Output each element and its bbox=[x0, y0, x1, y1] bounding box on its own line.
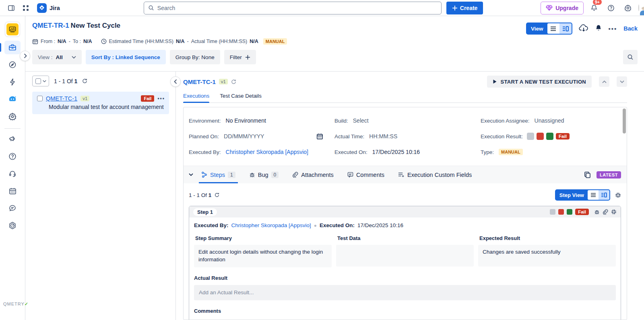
step-list-view-segment[interactable] bbox=[588, 190, 599, 200]
rail-item-explore[interactable] bbox=[4, 58, 21, 72]
tab-test-case-details[interactable]: Test Case Details bbox=[220, 93, 262, 103]
qmetry-brand-logo: QMETRY✓ bbox=[3, 302, 29, 307]
sidebar-toggle-button[interactable] bbox=[5, 2, 18, 14]
rail-item-feedback[interactable] bbox=[4, 201, 21, 215]
step-view-toggle[interactable]: Step View bbox=[555, 189, 610, 201]
assignee-value[interactable]: Unassigned bbox=[535, 117, 564, 124]
step-result-fail-square[interactable] bbox=[558, 209, 564, 215]
rail-item-announcements[interactable] bbox=[4, 132, 21, 146]
settings-button[interactable] bbox=[621, 2, 634, 14]
start-new-execution-button[interactable]: START A NEW TEST EXECUTION bbox=[487, 76, 592, 88]
view-filter-dropdown[interactable]: View : All bbox=[32, 50, 82, 64]
result-pass-square[interactable] bbox=[546, 133, 553, 140]
detail-view-segment[interactable] bbox=[559, 23, 572, 34]
rail-item-support[interactable] bbox=[4, 167, 21, 181]
tab-bug[interactable]: Bug 0 bbox=[249, 166, 279, 183]
notification-count-badge: 9+ bbox=[592, 0, 602, 5]
panel-search-button[interactable] bbox=[623, 50, 638, 64]
actual-result-input[interactable] bbox=[194, 285, 616, 300]
step-bug-icon[interactable] bbox=[594, 209, 600, 215]
tab-execution-custom-fields[interactable]: Execution Custom Fields bbox=[398, 166, 472, 183]
build-value[interactable]: Select bbox=[353, 117, 369, 124]
rail-item-automation[interactable] bbox=[4, 75, 21, 89]
collapse-list-panel-button[interactable] bbox=[170, 76, 181, 87]
upgrade-button[interactable]: Upgrade bbox=[541, 2, 584, 14]
test-case-list-item[interactable]: QMET-TC-1 v1 Fail ••• Modular manual tes… bbox=[32, 92, 169, 114]
list-refresh-button[interactable] bbox=[82, 78, 87, 84]
next-execution-button[interactable] bbox=[617, 76, 627, 87]
filter-bar: View : All Sort By : Linked Sequence Gro… bbox=[32, 50, 638, 71]
detail-refresh-button[interactable] bbox=[231, 79, 236, 84]
execution-result-badge[interactable]: Fail bbox=[556, 133, 570, 139]
step-detail-view-segment[interactable] bbox=[599, 190, 609, 200]
type-label: Type: bbox=[481, 149, 494, 155]
back-link[interactable]: Back bbox=[623, 25, 638, 32]
create-button[interactable]: Create bbox=[446, 2, 483, 14]
jira-home-link[interactable]: Jira bbox=[34, 2, 63, 14]
test-case-key-link[interactable]: QMET-TC-1 bbox=[46, 95, 77, 102]
help-button[interactable] bbox=[605, 2, 617, 14]
tab-comments[interactable]: Comments bbox=[347, 166, 384, 183]
steps-refresh-button[interactable] bbox=[215, 193, 219, 197]
planned-date-picker-button[interactable] bbox=[316, 133, 323, 140]
expected-result-cell[interactable]: Changes are saved successfully bbox=[478, 245, 616, 267]
sort-by-button[interactable]: Sort By : Linked Sequence bbox=[86, 50, 166, 64]
view-mode-toggle[interactable]: View bbox=[526, 23, 572, 35]
actual-time-value[interactable]: HH:MM:SS bbox=[369, 133, 397, 139]
select-all-control[interactable] bbox=[32, 76, 49, 86]
export-button[interactable] bbox=[579, 24, 588, 33]
rail-item-help[interactable] bbox=[4, 150, 21, 163]
qmetry-app-icon bbox=[6, 23, 19, 35]
search-input[interactable] bbox=[157, 5, 437, 11]
rail-expand-button[interactable] bbox=[20, 51, 30, 61]
detail-test-case-key[interactable]: QMET-TC-1 bbox=[183, 78, 216, 85]
step-status-badge[interactable]: Fail bbox=[575, 209, 589, 215]
previous-execution-button[interactable] bbox=[599, 76, 609, 87]
step-executed-by-link[interactable]: Christopher Skoropada [Appsvio] bbox=[231, 222, 311, 228]
more-actions-button[interactable]: ••• bbox=[609, 25, 617, 32]
user-avatar[interactable] bbox=[638, 5, 639, 11]
global-search[interactable] bbox=[144, 2, 442, 14]
planned-on-value[interactable]: DD/MMM/YYYY bbox=[224, 133, 264, 139]
group-by-button[interactable]: Group By: None bbox=[170, 50, 220, 64]
item-checkbox[interactable] bbox=[37, 96, 43, 101]
rail-item-calendar[interactable] bbox=[4, 184, 21, 198]
qmetry-app-tile[interactable] bbox=[5, 22, 20, 37]
steps-tab-label: Steps bbox=[210, 172, 225, 178]
calendar-icon bbox=[32, 39, 38, 45]
app-switcher-button[interactable] bbox=[19, 2, 32, 14]
filter-add-button[interactable]: Filter bbox=[224, 50, 256, 64]
rail-item-assistant-bot[interactable] bbox=[4, 92, 21, 106]
result-fail-square[interactable] bbox=[537, 133, 544, 140]
step-attachment-icon[interactable] bbox=[603, 209, 608, 215]
copy-icon[interactable] bbox=[584, 171, 591, 178]
from-value: N/A bbox=[58, 39, 66, 44]
step-executed-line: Executed By: Christopher Skoropada [Apps… bbox=[194, 222, 616, 228]
tab-executions[interactable]: Executions bbox=[183, 93, 209, 103]
test-data-cell[interactable] bbox=[336, 245, 474, 267]
environment-value[interactable]: No Environment bbox=[226, 117, 266, 124]
tab-attachments[interactable]: Attachments bbox=[292, 166, 334, 183]
rail-item-timer[interactable] bbox=[4, 219, 21, 232]
select-all-checkbox[interactable] bbox=[35, 78, 41, 84]
rail-item-settings[interactable] bbox=[4, 110, 21, 123]
tab-steps[interactable]: Steps 1 bbox=[201, 166, 235, 183]
step-result-not-executed-square[interactable] bbox=[550, 209, 555, 215]
collapse-section-chevron[interactable] bbox=[189, 173, 193, 176]
compress-steps-button[interactable] bbox=[615, 192, 621, 198]
list-view-segment[interactable] bbox=[547, 23, 559, 34]
chevron-down-icon bbox=[72, 56, 76, 59]
item-more-button[interactable]: ••• bbox=[157, 96, 165, 101]
step-collapse-icon[interactable] bbox=[611, 209, 617, 215]
sort-by-label: Sort By : Linked Sequence bbox=[91, 54, 160, 60]
subscribe-button[interactable] bbox=[595, 25, 602, 33]
cycle-key[interactable]: QMET-TR-1 bbox=[32, 22, 69, 29]
result-not-executed-square[interactable] bbox=[527, 133, 534, 140]
step-summary-cell[interactable]: Edit account login details without chang… bbox=[194, 245, 332, 267]
step-result-pass-square[interactable] bbox=[567, 209, 572, 215]
executed-by-link[interactable]: Christopher Skoropada [Appsvio] bbox=[226, 149, 308, 155]
rail-item-test-management[interactable] bbox=[4, 41, 21, 54]
notifications-button[interactable]: 9+ bbox=[588, 2, 601, 14]
vertical-scrollbar[interactable] bbox=[623, 109, 626, 133]
actual-label: Actual Time (HH:MM:SS) bbox=[191, 39, 248, 44]
